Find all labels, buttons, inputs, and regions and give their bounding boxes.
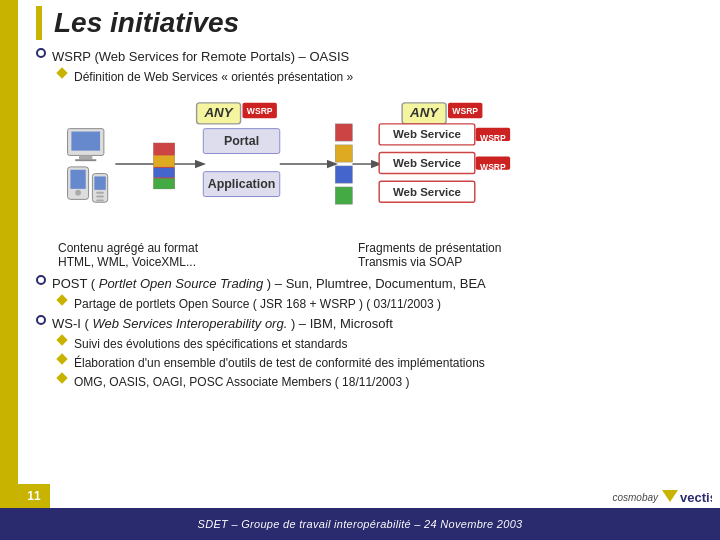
wsi-sub-2: Élaboration d'un ensemble d'outils de te…: [40, 355, 708, 372]
post-sub-1: Partage de portlets Open Source ( JSR 16…: [40, 296, 708, 313]
diagram-captions: Contenu agrégé au format HTML, WML, Voic…: [58, 241, 708, 269]
svg-rect-10: [94, 176, 105, 189]
svg-text:WSRP: WSRP: [452, 106, 478, 116]
caption-left-line2: HTML, WML, VoiceXML...: [58, 255, 258, 269]
logo-cosmobay: cosmobay: [612, 492, 658, 503]
wsi-sub-text-2: Élaboration d'un ensemble d'outils de te…: [74, 355, 485, 372]
svg-text:Application: Application: [208, 177, 276, 191]
svg-rect-33: [335, 187, 352, 204]
svg-rect-31: [335, 145, 352, 162]
caption-right-line2: Transmis via SOAP: [358, 255, 501, 269]
svg-point-8: [75, 190, 81, 196]
svg-rect-19: [154, 178, 175, 189]
section-wsi: WS-I ( Web Services Interoperability org…: [36, 315, 708, 333]
svg-rect-18: [154, 168, 175, 178]
svg-text:ANY: ANY: [409, 105, 439, 120]
wsi-sub-3: OMG, OASIS, OAGI, POSC Associate Members…: [40, 374, 708, 391]
logo-area: cosmobay vectis: [612, 488, 712, 506]
bullet-circle-wsi-icon: [36, 315, 46, 325]
svg-text:Web Service: Web Service: [393, 157, 461, 169]
svg-rect-12: [96, 196, 104, 198]
diagram-svg: ANY WSRP Portal Application ANY: [58, 92, 708, 237]
svg-rect-16: [154, 143, 175, 154]
svg-rect-4: [79, 155, 92, 159]
svg-rect-32: [335, 166, 352, 183]
svg-text:Web Service: Web Service: [393, 186, 461, 198]
title-accent-bar: [36, 6, 42, 40]
bullet-diamond-post-icon: [56, 295, 67, 306]
section-wsrp: WSRP (Web Services for Remote Portals) –…: [36, 48, 708, 66]
diagram-area: ANY WSRP Portal Application ANY: [58, 92, 708, 237]
bullet-diamond-wsi-1-icon: [56, 334, 67, 345]
svg-rect-17: [154, 155, 175, 166]
page-title-container: Les initiatives: [36, 6, 708, 40]
wsrp-sub-1: Définition de Web Services « orientés pr…: [40, 69, 708, 86]
svg-text:ANY: ANY: [203, 105, 233, 120]
svg-text:WSRP: WSRP: [480, 162, 506, 172]
footer-bar: SDET – Groupe de travail interopérabilit…: [0, 508, 720, 540]
svg-rect-11: [96, 192, 104, 194]
footer-text: SDET – Groupe de travail interopérabilit…: [198, 518, 523, 530]
bullet-diamond-wsi-2-icon: [56, 353, 67, 364]
section-post: POST ( Portlet Open Source Trading ) – S…: [36, 275, 708, 293]
svg-text:Web Service: Web Service: [393, 128, 461, 140]
bullet-diamond-wsi-3-icon: [56, 372, 67, 383]
wsi-title: WS-I ( Web Services Interoperability org…: [52, 315, 393, 333]
svg-text:WSRP: WSRP: [480, 133, 506, 143]
main-content: Les initiatives WSRP (Web Services for R…: [22, 0, 720, 484]
left-accent-bar: [0, 0, 18, 540]
caption-right: Fragments de présentation Transmis via S…: [358, 241, 501, 269]
wsi-sub-1: Suivi des évolutions des spécifications …: [40, 336, 708, 353]
caption-right-line1: Fragments de présentation: [358, 241, 501, 255]
wsi-sub-text-1: Suivi des évolutions des spécifications …: [74, 336, 348, 353]
svg-text:vectis: vectis: [680, 490, 712, 505]
logo-vectis-icon: vectis: [662, 488, 712, 506]
svg-marker-0: [662, 490, 678, 502]
bullet-circle-post-icon: [36, 275, 46, 285]
caption-left: Contenu agrégé au format HTML, WML, Voic…: [58, 241, 258, 269]
page-title-text: Les initiatives: [54, 7, 239, 39]
post-title: POST ( Portlet Open Source Trading ) – S…: [52, 275, 486, 293]
caption-left-line1: Contenu agrégé au format: [58, 241, 258, 255]
post-sub-text-1: Partage de portlets Open Source ( JSR 16…: [74, 296, 441, 313]
svg-rect-30: [335, 124, 352, 141]
svg-rect-7: [70, 170, 85, 189]
bullet-diamond-icon: [56, 68, 67, 79]
svg-rect-3: [71, 132, 100, 151]
svg-rect-5: [75, 159, 96, 161]
svg-text:WSRP: WSRP: [247, 106, 273, 116]
wsrp-sub-text-1: Définition de Web Services « orientés pr…: [74, 69, 353, 86]
bullet-circle-icon: [36, 48, 46, 58]
svg-text:Portal: Portal: [224, 134, 259, 148]
page-number: 11: [18, 484, 50, 508]
wsrp-title: WSRP (Web Services for Remote Portals) –…: [52, 48, 349, 66]
svg-rect-13: [96, 199, 104, 201]
wsi-sub-text-3: OMG, OASIS, OAGI, POSC Associate Members…: [74, 374, 409, 391]
